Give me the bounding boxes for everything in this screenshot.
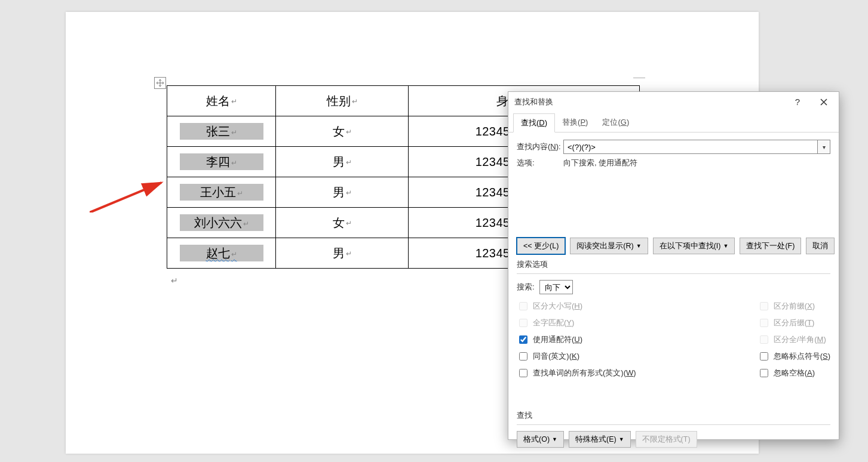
cell-gender[interactable]: 男↵ — [276, 238, 409, 269]
checkbox — [519, 319, 527, 327]
checkbox-option: 区分后缀(T) — [757, 317, 830, 329]
options-value: 向下搜索, 使用通配符 — [563, 158, 637, 168]
checkbox-option[interactable]: 忽略空格(A) — [757, 367, 830, 379]
search-options-label: 搜索选项 — [517, 259, 830, 270]
options-label: 选项: — [517, 158, 563, 168]
find-next-button[interactable]: 查找下一处(F) — [740, 238, 801, 254]
cancel-button[interactable]: 取消 — [806, 238, 835, 254]
tab[interactable]: 定位(G) — [595, 113, 636, 132]
find-content-input[interactable]: ▾ — [563, 140, 830, 154]
checkbox[interactable] — [519, 369, 527, 377]
checkbox-option[interactable]: 使用通配符(U) — [517, 334, 636, 346]
close-button[interactable] — [815, 94, 833, 110]
ruler-tick — [633, 78, 645, 85]
col-header-name: 姓名↵ — [167, 86, 276, 116]
reading-highlight-button[interactable]: 阅读突出显示(R) ▼ — [570, 238, 648, 254]
checkbox — [760, 319, 768, 327]
checkbox — [760, 335, 768, 344]
cell-name[interactable]: 张三↵ — [167, 116, 276, 147]
special-format-button[interactable]: 特殊格式(E) ▼ — [569, 431, 631, 448]
checkbox-option[interactable]: 查找单词的所有形式(英文)(W) — [517, 367, 636, 379]
find-content-label: 查找内容(N): — [517, 141, 563, 152]
checkbox-option[interactable]: 同音(英文)(K) — [517, 350, 636, 362]
checkbox[interactable] — [760, 369, 768, 377]
find-replace-dialog: 查找和替换 ? 查找(D)替换(P)定位(G) 查找内容(N): ▾ 选项: 向… — [508, 91, 839, 440]
cell-name[interactable]: 刘小六六↵ — [167, 208, 276, 238]
cell-gender[interactable]: 女↵ — [276, 116, 409, 147]
dialog-titlebar[interactable]: 查找和替换 ? — [508, 92, 839, 112]
divider — [517, 273, 830, 274]
paragraph-mark-icon: ↵ — [171, 276, 178, 285]
cell-gender[interactable]: 女↵ — [276, 208, 409, 238]
tab[interactable]: 替换(P) — [555, 113, 595, 132]
cell-gender[interactable]: 男↵ — [276, 147, 409, 177]
checkbox-option: 区分大小写(H) — [517, 300, 636, 312]
checkbox-option: 区分全/半角(M) — [757, 334, 830, 346]
checkbox-option[interactable]: 忽略标点符号(S) — [757, 350, 830, 362]
tab[interactable]: 查找(D) — [513, 113, 555, 133]
checkbox[interactable] — [519, 335, 527, 344]
find-in-button[interactable]: 在以下项中查找(I) ▼ — [653, 238, 735, 254]
find-content-field[interactable] — [564, 140, 817, 153]
less-button[interactable]: << 更少(L) — [517, 238, 565, 254]
find-history-dropdown[interactable]: ▾ — [817, 140, 830, 153]
format-button[interactable]: 格式(O) ▼ — [517, 431, 564, 448]
search-direction-select[interactable]: 向下 — [539, 280, 573, 294]
search-direction-label: 搜索: — [517, 282, 535, 292]
checkbox — [760, 302, 768, 310]
checkbox-option: 区分前缀(X) — [757, 300, 830, 312]
dialog-tabs: 查找(D)替换(P)定位(G) — [508, 112, 839, 133]
checkbox — [519, 302, 527, 310]
divider — [517, 424, 830, 425]
cell-gender[interactable]: 男↵ — [276, 177, 409, 208]
table-move-handle-icon[interactable] — [154, 77, 166, 89]
help-button[interactable]: ? — [789, 94, 806, 110]
no-format-button: 不限定格式(T) — [636, 431, 697, 448]
cell-name[interactable]: 李四↵ — [167, 147, 276, 177]
checkbox[interactable] — [760, 352, 768, 361]
cell-name[interactable]: 赵七↵ — [167, 238, 276, 269]
col-header-gender: 性别↵ — [276, 86, 409, 116]
cell-name[interactable]: 王小五↵ — [167, 177, 276, 208]
checkbox-option: 全字匹配(Y) — [517, 317, 636, 329]
checkbox[interactable] — [519, 352, 527, 361]
find-format-section-label: 查找 — [517, 410, 830, 421]
dialog-title: 查找和替换 — [514, 92, 553, 112]
